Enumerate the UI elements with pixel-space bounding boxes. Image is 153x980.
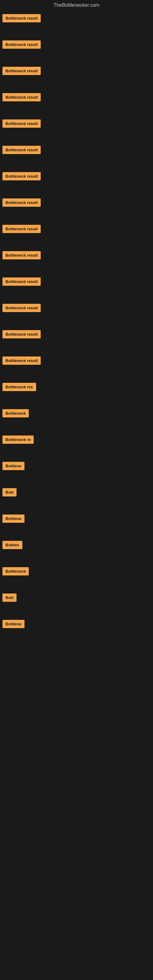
bottleneck-row-4: Bottleneck result xyxy=(0,88,153,115)
bottleneck-badge-9[interactable]: Bottleneck result xyxy=(2,225,41,233)
bottleneck-badge-15[interactable]: Bottleneck res xyxy=(2,383,36,391)
bottleneck-row-15: Bottleneck res xyxy=(0,378,153,404)
bottleneck-badge-2[interactable]: Bottleneck result xyxy=(2,40,41,49)
bottleneck-row-8: Bottleneck result xyxy=(0,194,153,220)
site-title: TheBottlenecker.com xyxy=(0,0,153,9)
bottleneck-row-22: Bottleneck xyxy=(0,562,153,589)
bottleneck-badge-17[interactable]: Bottleneck re xyxy=(2,436,33,444)
bottleneck-badge-4[interactable]: Bottleneck result xyxy=(2,93,41,101)
bottleneck-row-9: Bottleneck result xyxy=(0,220,153,246)
bottleneck-badge-24[interactable]: Bottlene xyxy=(2,620,24,628)
bottleneck-badge-5[interactable]: Bottleneck result xyxy=(2,119,41,128)
bottleneck-row-20: Bottlene xyxy=(0,510,153,536)
bottleneck-badge-12[interactable]: Bottleneck result xyxy=(2,304,41,312)
bottleneck-row-23: Bott xyxy=(0,589,153,615)
ellipsis: ... xyxy=(0,641,153,652)
bottleneck-badge-7[interactable]: Bottleneck result xyxy=(2,172,41,180)
bottleneck-badge-20[interactable]: Bottlene xyxy=(2,514,24,523)
bottleneck-row-3: Bottleneck result xyxy=(0,62,153,88)
bottleneck-row-14: Bottleneck result xyxy=(0,352,153,378)
bottleneck-row-6: Bottleneck result xyxy=(0,141,153,167)
bottleneck-badge-13[interactable]: Bottleneck result xyxy=(2,330,41,339)
bottleneck-badge-19[interactable]: Bott xyxy=(2,488,16,496)
bottleneck-row-12: Bottleneck result xyxy=(0,299,153,325)
bottleneck-row-13: Bottleneck result xyxy=(0,325,153,352)
bottleneck-row-19: Bott xyxy=(0,483,153,510)
bottleneck-badge-1[interactable]: Bottleneck result xyxy=(2,14,41,22)
bottleneck-badge-6[interactable]: Bottleneck result xyxy=(2,146,41,154)
bottleneck-row-2: Bottleneck result xyxy=(0,35,153,62)
bottleneck-row-16: Bottleneck xyxy=(0,404,153,431)
bottleneck-badge-11[interactable]: Bottleneck result xyxy=(2,277,41,286)
bottleneck-row-18: Bottlene xyxy=(0,457,153,483)
bottleneck-badge-21[interactable]: Bottlen xyxy=(2,541,22,549)
bottleneck-row-10: Bottleneck result xyxy=(0,246,153,272)
bottleneck-badge-16[interactable]: Bottleneck xyxy=(2,409,29,417)
bottleneck-row-17: Bottleneck re xyxy=(0,431,153,457)
bottleneck-badge-22[interactable]: Bottleneck xyxy=(2,567,29,576)
bottom-dark-area xyxy=(0,652,153,835)
bottleneck-badge-18[interactable]: Bottlene xyxy=(2,462,24,470)
bottleneck-row-24: Bottlene xyxy=(0,615,153,641)
bottleneck-badge-3[interactable]: Bottleneck result xyxy=(2,67,41,75)
bottleneck-row-7: Bottleneck result xyxy=(0,167,153,194)
bottleneck-row-1: Bottleneck result xyxy=(0,9,153,35)
bottleneck-badge-14[interactable]: Bottleneck result xyxy=(2,356,41,365)
bottleneck-row-11: Bottleneck result xyxy=(0,272,153,299)
bottleneck-badge-23[interactable]: Bott xyxy=(2,593,16,602)
bottleneck-badge-10[interactable]: Bottleneck result xyxy=(2,251,41,259)
bottleneck-row-21: Bottlen xyxy=(0,536,153,562)
bottleneck-badge-8[interactable]: Bottleneck result xyxy=(2,199,41,207)
bottleneck-row-5: Bottleneck result xyxy=(0,115,153,141)
